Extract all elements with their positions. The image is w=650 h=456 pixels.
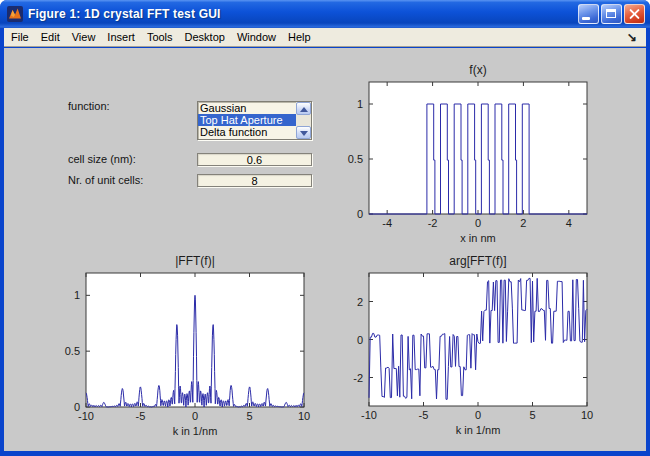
x-axis-label-fft_arg: k in 1/nm	[456, 424, 501, 436]
unit-cells-label: Nr. of unit cells:	[68, 174, 143, 186]
plot-fx: -4-202400.51f(x)x in nm	[305, 56, 605, 260]
x-tick-label: 0	[192, 410, 198, 422]
function-label: function:	[68, 100, 110, 112]
cell-size-input[interactable]	[197, 153, 312, 166]
x-tick-label: 5	[529, 409, 535, 421]
list-item-gaussian[interactable]: Gaussian	[198, 102, 296, 114]
x-tick-label: 4	[566, 217, 572, 229]
cell-size-label: cell size (nm):	[68, 153, 136, 165]
x-axis-label-fft_mag: k in 1/nm	[173, 425, 218, 437]
controls-and-plots: function: Gaussian Top Hat Aperture Delt…	[0, 0, 650, 456]
x-tick-label: -5	[419, 409, 429, 421]
plot-title-fx: f(x)	[469, 63, 486, 77]
plot-title-fft_arg: arg[FFT(f)]	[449, 254, 506, 268]
plot-fft_arg: -10-50510-202arg[FFT(f)]k in 1/nm	[305, 247, 605, 452]
x-tick-label: -10	[78, 410, 94, 422]
unit-cells-input[interactable]	[197, 174, 312, 187]
y-tick-label: 0	[357, 334, 363, 346]
x-tick-label: -5	[136, 410, 146, 422]
axes-box-fx	[369, 82, 587, 214]
function-listbox[interactable]: Gaussian Top Hat Aperture Delta function	[197, 101, 312, 140]
x-tick-label: -2	[428, 217, 438, 229]
y-tick-label: 0	[74, 401, 80, 413]
x-tick-label: 2	[520, 217, 526, 229]
y-tick-label: 1	[74, 289, 80, 301]
x-tick-label: 0	[475, 217, 481, 229]
x-tick-label: 0	[475, 409, 481, 421]
x-tick-label: -10	[361, 409, 377, 421]
y-tick-label: 2	[357, 296, 363, 308]
axes-box-fft_mag	[86, 273, 304, 407]
y-tick-label: 0	[357, 208, 363, 220]
x-axis-label-fx: x in nm	[460, 232, 495, 244]
plot-title-fft_mag: |FFT(f)|	[175, 254, 215, 268]
plot-fft_mag: -10-5051000.51|FFT(f)|k in 1/nm	[22, 247, 322, 453]
x-tick-label: -4	[382, 217, 392, 229]
y-tick-label: 0.5	[348, 153, 363, 165]
list-item-delta-function[interactable]: Delta function	[198, 126, 296, 138]
x-tick-label: 10	[581, 409, 593, 421]
y-tick-label: 0.5	[65, 345, 80, 357]
figure-window: Figure 1: 1D crystal FFT test GUI File E…	[0, 0, 650, 456]
x-tick-label: 5	[246, 410, 252, 422]
y-tick-label: 1	[357, 98, 363, 110]
list-item-top-hat-aperture[interactable]: Top Hat Aperture	[198, 114, 296, 126]
y-tick-label: -2	[353, 372, 363, 384]
